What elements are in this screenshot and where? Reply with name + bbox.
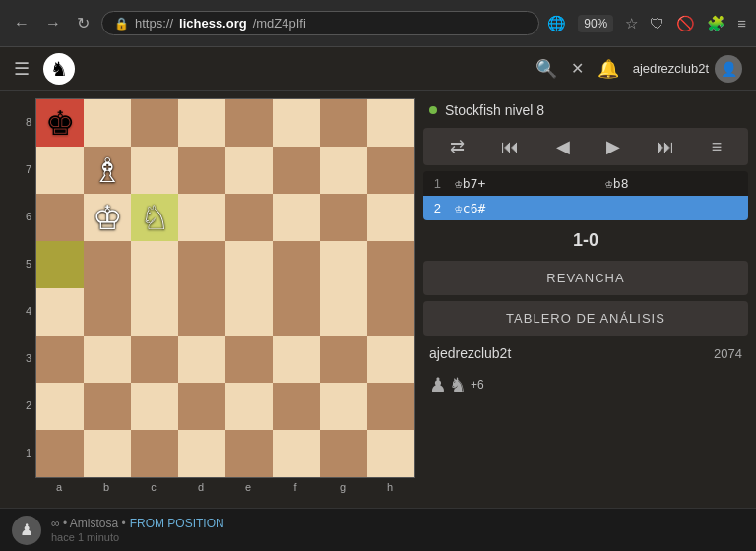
square-c5[interactable] <box>131 241 178 288</box>
square-g8[interactable] <box>320 99 367 147</box>
square-f1[interactable] <box>273 430 320 477</box>
square-d7[interactable] <box>178 147 225 194</box>
square-a5[interactable] <box>36 241 84 288</box>
square-f2[interactable] <box>273 383 320 430</box>
back-button[interactable]: ← <box>10 11 33 36</box>
footer-from-position-link[interactable]: FROM POSITION <box>130 517 224 530</box>
move-row-2[interactable]: 2 ♔c6# <box>423 196 748 220</box>
square-h3[interactable] <box>367 336 414 383</box>
square-g6[interactable] <box>320 194 367 241</box>
move-row-1[interactable]: 1 ♔b7+ ♔b8 <box>423 171 748 196</box>
close-icon[interactable]: ✕ <box>571 59 584 78</box>
square-d3[interactable] <box>178 336 225 383</box>
extensions-icon[interactable]: 🧩 <box>707 15 725 32</box>
forward-button[interactable]: → <box>41 11 65 36</box>
board-area: 8 7 6 5 4 3 2 1 ♚ <box>0 91 415 551</box>
square-a2[interactable] <box>36 383 84 430</box>
move-white-1[interactable]: ♔b7+ <box>447 171 598 196</box>
square-c1[interactable] <box>131 430 178 477</box>
move-black-1[interactable]: ♔b8 <box>598 171 748 196</box>
flip-board-button[interactable]: ⇄ <box>444 134 471 159</box>
square-d1[interactable] <box>178 430 225 477</box>
square-f4[interactable] <box>273 288 320 336</box>
square-b2[interactable] <box>84 383 131 430</box>
user-info[interactable]: ajedrezclub2t 👤 <box>633 55 742 83</box>
chess-board[interactable]: ♚ ♗ <box>35 98 415 478</box>
bookmark-icon[interactable]: ☆ <box>625 15 638 32</box>
square-b1[interactable] <box>84 430 131 477</box>
square-f3[interactable] <box>273 336 320 383</box>
captured-pieces: ♟ ♞ +6 <box>423 371 748 398</box>
square-h6[interactable] <box>367 194 414 241</box>
first-move-button[interactable]: ⏮ <box>495 135 525 159</box>
zoom-level[interactable]: 90% <box>578 15 613 32</box>
square-b7[interactable]: ♗ <box>84 147 131 194</box>
square-d8[interactable] <box>178 99 225 147</box>
square-g2[interactable] <box>320 383 367 430</box>
square-e7[interactable] <box>225 147 273 194</box>
square-g7[interactable] <box>320 147 367 194</box>
square-f6[interactable] <box>273 194 320 241</box>
square-g5[interactable] <box>320 241 367 288</box>
square-c4[interactable] <box>131 288 178 336</box>
rematch-button[interactable]: REVANCHA <box>423 261 748 295</box>
square-c8[interactable] <box>131 99 178 147</box>
square-f5[interactable] <box>273 241 320 288</box>
square-h2[interactable] <box>367 383 414 430</box>
shield-icon[interactable]: 🛡 <box>650 15 664 31</box>
square-a3[interactable] <box>36 336 84 383</box>
square-e5[interactable] <box>225 241 273 288</box>
hamburger-button[interactable]: ☰ <box>14 58 30 80</box>
square-g3[interactable] <box>320 336 367 383</box>
square-a8[interactable]: ♚ <box>36 99 84 147</box>
block-icon[interactable]: 🚫 <box>676 15 695 32</box>
square-c3[interactable] <box>131 336 178 383</box>
square-f7[interactable] <box>273 147 320 194</box>
address-bar[interactable]: 🔒 https://lichess.org/mdZ4pIfi <box>101 11 539 35</box>
analysis-button[interactable]: TABLERO DE ANÁLISIS <box>423 301 748 336</box>
square-d5[interactable] <box>178 241 225 288</box>
square-a7[interactable] <box>36 147 84 194</box>
square-e3[interactable] <box>225 336 273 383</box>
bell-icon[interactable]: 🔔 <box>598 58 619 80</box>
square-d4[interactable] <box>178 288 225 336</box>
square-b8[interactable] <box>84 99 131 147</box>
translate-icon[interactable]: 🌐 <box>547 15 566 32</box>
square-e8[interactable] <box>225 99 273 147</box>
square-c2[interactable] <box>131 383 178 430</box>
square-b3[interactable] <box>84 336 131 383</box>
square-f8[interactable] <box>273 99 320 147</box>
square-a6[interactable] <box>36 194 84 241</box>
search-icon[interactable]: 🔍 <box>536 58 557 80</box>
square-a1[interactable] <box>36 430 84 477</box>
rank-2: 2 <box>22 382 35 429</box>
last-move-button[interactable]: ⏭ <box>651 135 680 159</box>
square-b6[interactable]: ♔ <box>84 194 131 241</box>
prev-move-button[interactable]: ◀ <box>550 134 576 159</box>
square-h8[interactable] <box>367 99 414 147</box>
next-move-button[interactable]: ▶ <box>600 134 626 159</box>
moves-menu-button[interactable]: ≡ <box>706 135 728 159</box>
square-g4[interactable] <box>320 288 367 336</box>
square-b5[interactable] <box>84 241 131 288</box>
square-h5[interactable] <box>367 241 414 288</box>
square-b4[interactable] <box>84 288 131 336</box>
move-black-2[interactable] <box>598 204 748 214</box>
square-h4[interactable] <box>367 288 414 336</box>
square-g1[interactable] <box>320 430 367 477</box>
move-white-2[interactable]: ♔c6# <box>447 196 598 220</box>
square-d6[interactable] <box>178 194 225 241</box>
square-h1[interactable] <box>367 430 414 477</box>
square-e4[interactable] <box>225 288 273 336</box>
square-d2[interactable] <box>178 383 225 430</box>
menu-icon[interactable]: ≡ <box>737 15 746 31</box>
square-e1[interactable] <box>225 430 273 477</box>
square-e6[interactable] <box>225 194 273 241</box>
square-e2[interactable] <box>225 383 273 430</box>
white-king: ♔ <box>93 201 122 234</box>
square-c7[interactable] <box>131 147 178 194</box>
square-h7[interactable] <box>367 147 414 194</box>
square-a4[interactable] <box>36 288 84 336</box>
refresh-button[interactable]: ↻ <box>73 10 94 36</box>
square-c6[interactable]: ♘ <box>131 194 178 241</box>
